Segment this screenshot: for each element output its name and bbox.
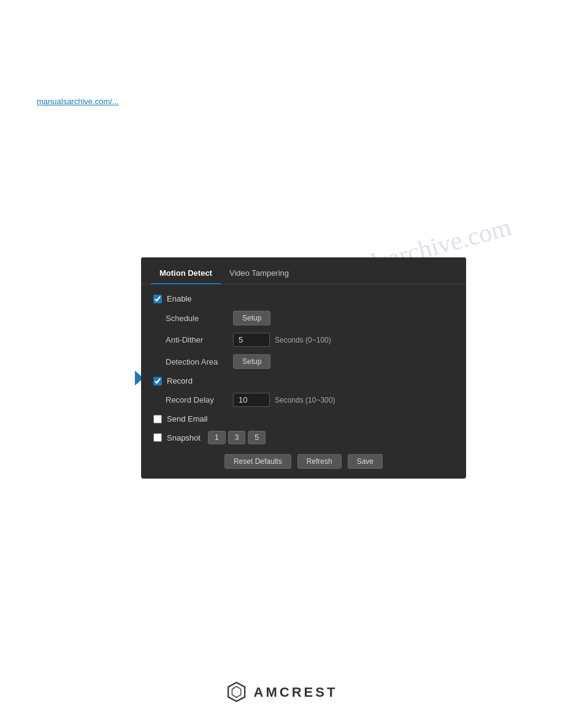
record-delay-row: Record Delay Seconds (10~300) (153, 393, 454, 407)
detection-area-row: Detection Area Setup (153, 354, 454, 369)
snapshot-option-1[interactable]: 1 (208, 431, 226, 444)
refresh-button[interactable]: Refresh (297, 454, 342, 469)
enable-checkbox[interactable] (153, 295, 162, 303)
bottom-button-row: Reset Defaults Refresh Save (153, 454, 454, 469)
schedule-label: Schedule (166, 314, 233, 323)
tab-motion-detect[interactable]: Motion Detect (151, 264, 221, 284)
snapshot-checkbox[interactable] (153, 433, 162, 442)
record-delay-input[interactable] (233, 393, 270, 407)
detection-area-label: Detection Area (166, 357, 233, 366)
dialog-content: Enable Schedule Setup Anti-Dither Second… (141, 284, 466, 479)
reset-defaults-button[interactable]: Reset Defaults (224, 454, 291, 469)
schedule-setup-button[interactable]: Setup (233, 311, 270, 325)
footer: AMCREST (226, 681, 338, 703)
snapshot-label: Snapshot (167, 433, 201, 442)
anti-dither-hint: Seconds (0~100) (275, 336, 331, 344)
send-email-label: Send Email (167, 414, 207, 423)
brand-name: AMCREST (254, 684, 338, 700)
schedule-row: Schedule Setup (153, 311, 454, 325)
anti-dither-input[interactable] (233, 333, 270, 347)
anti-dither-row: Anti-Dither Seconds (0~100) (153, 333, 454, 347)
anti-dither-label: Anti-Dither (166, 335, 233, 344)
svg-marker-0 (228, 683, 245, 702)
enable-label: Enable (167, 294, 191, 303)
tab-bar: Motion Detect Video Tampering (141, 257, 466, 284)
snapshot-options: 1 3 5 (208, 431, 266, 444)
detection-area-setup-button[interactable]: Setup (233, 354, 270, 369)
svg-marker-1 (232, 686, 240, 697)
tab-video-tampering[interactable]: Video Tampering (221, 264, 297, 284)
motion-detect-dialog: Motion Detect Video Tampering Enable Sch… (141, 257, 466, 479)
record-checkbox[interactable] (153, 377, 162, 385)
send-email-row: Send Email (153, 414, 454, 423)
snapshot-option-3[interactable]: 3 (228, 431, 246, 444)
enable-row: Enable (153, 294, 454, 303)
record-delay-hint: Seconds (10~300) (275, 396, 335, 404)
record-row: Record (153, 376, 454, 385)
snapshot-option-5[interactable]: 5 (248, 431, 266, 444)
snapshot-row: Snapshot 1 3 5 (153, 431, 454, 444)
top-link[interactable]: manualsarchive.com/... (37, 97, 119, 106)
amcrest-logo-icon (226, 681, 248, 703)
record-delay-label: Record Delay (166, 395, 233, 404)
save-button[interactable]: Save (348, 454, 383, 469)
send-email-checkbox[interactable] (153, 415, 162, 423)
record-label: Record (167, 376, 193, 385)
